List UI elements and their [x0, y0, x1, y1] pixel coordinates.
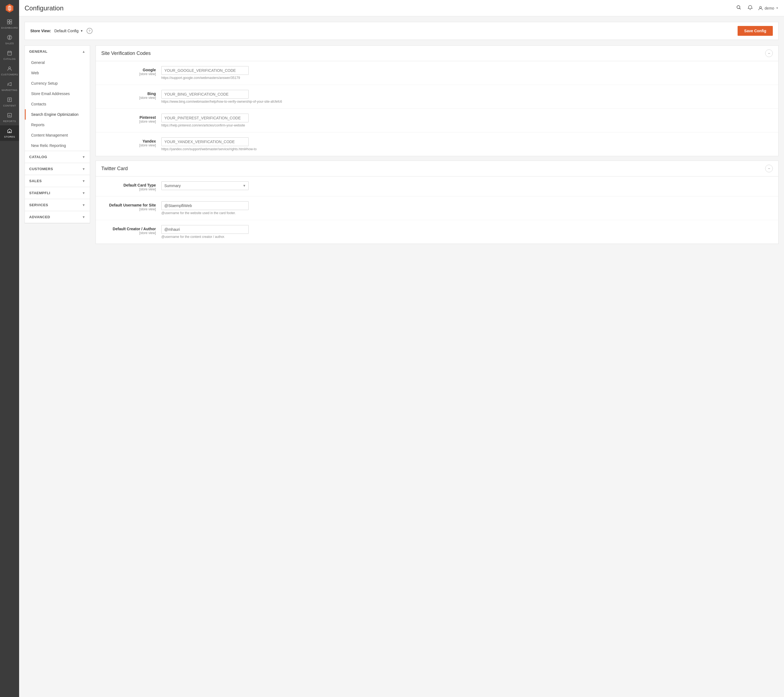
- chevron-icon-general: ▲: [82, 50, 86, 53]
- card-type-select[interactable]: SummarySummary with Large ImageAppPlayer: [161, 182, 249, 190]
- user-chevron-icon: ▼: [776, 7, 779, 10]
- twitter-card-section: Twitter Card − Default Card Type [store …: [96, 160, 779, 244]
- site-verification-collapse-button[interactable]: −: [765, 50, 773, 57]
- sidebar-item-stores[interactable]: STORES: [0, 126, 19, 141]
- left-nav-item-new-relic[interactable]: New Relic Reporting: [25, 140, 90, 151]
- sidebar-label-sales: SALES: [5, 42, 14, 45]
- minus-icon-2: −: [768, 166, 770, 171]
- store-view-select[interactable]: Default Config ▼: [54, 29, 83, 33]
- main-content: Store View: Default Config ▼ ? Save Conf…: [19, 17, 784, 697]
- section-label-advanced: ADVANCED: [29, 215, 50, 219]
- left-nav-section-header-sales[interactable]: SALES▼: [25, 175, 90, 187]
- svg-rect-2: [7, 22, 9, 24]
- left-nav-section-header-staempfli[interactable]: STAEMPFLI▼: [25, 187, 90, 199]
- yandex-label-col: Yandex [store view]: [101, 137, 161, 147]
- content-layout: GENERAL▲GeneralWebCurrency SetupStore Em…: [25, 45, 779, 248]
- left-nav-items-general: GeneralWebCurrency SetupStore Email Addr…: [25, 57, 90, 151]
- sidebar-item-marketing[interactable]: MARKETING: [0, 79, 19, 94]
- user-menu[interactable]: demo ▼: [758, 6, 779, 11]
- creator-control: @username for the content creator / auth…: [161, 225, 773, 239]
- left-nav-section-header-advanced[interactable]: ADVANCED▼: [25, 211, 90, 223]
- left-nav-section-header-customers[interactable]: CUSTOMERS▼: [25, 163, 90, 175]
- left-nav-item-general[interactable]: General: [25, 57, 90, 68]
- sidebar-label-content: CONTENT: [3, 104, 16, 107]
- help-button[interactable]: ?: [87, 28, 92, 34]
- sidebar-logo: [0, 0, 19, 17]
- google-sublabel: [store view]: [101, 72, 156, 76]
- store-view-label: Store View:: [30, 29, 51, 33]
- section-label-services: SERVICES: [29, 203, 48, 207]
- left-nav-section-services: SERVICES▼: [25, 199, 90, 211]
- left-nav-item-seo[interactable]: Search Engine Optimization: [25, 109, 90, 120]
- twitter-card-collapse-button[interactable]: −: [765, 165, 773, 172]
- catalog-icon: [7, 50, 12, 56]
- yandex-input[interactable]: [161, 137, 249, 146]
- pinterest-sublabel: [store view]: [101, 120, 156, 124]
- stores-icon: [7, 128, 12, 134]
- pinterest-hint: https://help.pinterest.com/en/articles/c…: [161, 124, 773, 127]
- google-label: Google: [101, 68, 156, 72]
- left-nav-section-header-catalog[interactable]: CATALOG▼: [25, 151, 90, 163]
- site-verification-fields: Google [store view] https://support.goog…: [96, 61, 778, 156]
- username-label-col: Default Username for Site [store view]: [101, 201, 161, 211]
- sidebar-label-dashboard: DASHBOARD: [1, 26, 18, 29]
- sidebar-label-catalog: CATALOG: [3, 58, 16, 60]
- sidebar-item-dashboard[interactable]: DASHBOARD: [0, 17, 19, 32]
- left-nav-item-reports[interactable]: Reports: [25, 120, 90, 130]
- left-nav-item-contacts[interactable]: Contacts: [25, 99, 90, 109]
- left-nav-section-header-services[interactable]: SERVICES▼: [25, 199, 90, 211]
- sidebar-item-customers[interactable]: CUSTOMERS: [0, 63, 19, 79]
- store-view-chevron-icon: ▼: [80, 29, 83, 33]
- minus-icon: −: [768, 51, 770, 55]
- store-view-value: Default Config: [54, 29, 79, 33]
- left-nav-item-store-email[interactable]: Store Email Addresses: [25, 89, 90, 99]
- sidebar-item-content[interactable]: CONTENT: [0, 94, 19, 110]
- left-nav-section-staempfli: STAEMPFLI▼: [25, 187, 90, 199]
- search-button[interactable]: [735, 4, 742, 12]
- google-input[interactable]: [161, 66, 249, 75]
- yandex-control: https://yandex.com/support/webmaster/ser…: [161, 137, 773, 151]
- left-nav-item-currency-setup[interactable]: Currency Setup: [25, 78, 90, 89]
- creator-input[interactable]: [161, 225, 249, 234]
- username-label: Default Username for Site: [101, 203, 156, 207]
- customers-icon: [7, 66, 12, 72]
- chevron-icon-advanced: ▼: [82, 215, 86, 219]
- yandex-sublabel: [store view]: [101, 144, 156, 147]
- bing-label-col: Bing [store view]: [101, 90, 161, 100]
- left-nav: GENERAL▲GeneralWebCurrency SetupStore Em…: [25, 45, 90, 223]
- chevron-icon-customers: ▼: [82, 167, 86, 171]
- left-nav-item-content-mgmt[interactable]: Content Management: [25, 130, 90, 140]
- user-name: demo: [764, 6, 774, 10]
- sidebar-item-sales[interactable]: SALES: [0, 32, 19, 48]
- store-view-bar: Store View: Default Config ▼ ? Save Conf…: [25, 22, 779, 40]
- left-nav-item-web[interactable]: Web: [25, 68, 90, 78]
- google-row: Google [store view] https://support.goog…: [96, 61, 778, 85]
- username-input[interactable]: [161, 201, 249, 210]
- section-label-catalog: CATALOG: [29, 155, 47, 159]
- card-type-label-col: Default Card Type [store view]: [101, 182, 161, 191]
- sidebar-label-stores: STORES: [4, 135, 15, 138]
- save-config-button[interactable]: Save Config: [738, 26, 773, 36]
- creator-label: Default Creator / Author: [101, 227, 156, 231]
- pinterest-input[interactable]: [161, 114, 249, 122]
- svg-point-9: [737, 6, 740, 9]
- svg-point-11: [760, 6, 762, 8]
- twitter-card-header: Twitter Card −: [96, 161, 778, 177]
- svg-rect-3: [10, 22, 12, 24]
- notification-button[interactable]: [746, 4, 754, 12]
- left-nav-section-advanced: ADVANCED▼: [25, 211, 90, 223]
- left-nav-section-header-general[interactable]: GENERAL▲: [25, 46, 90, 57]
- header-actions: demo ▼: [735, 4, 779, 12]
- chevron-icon-staempfli: ▼: [82, 191, 86, 195]
- username-control: @username for the website used in the ca…: [161, 201, 773, 215]
- svg-rect-1: [10, 20, 12, 21]
- header: Configuration demo ▼: [19, 0, 784, 17]
- username-hint: @username for the website used in the ca…: [161, 211, 773, 215]
- sidebar-item-reports[interactable]: REPORTS: [0, 110, 19, 126]
- svg-rect-0: [7, 20, 9, 21]
- user-icon: [758, 6, 763, 11]
- sidebar-item-catalog[interactable]: CATALOG: [0, 48, 19, 63]
- left-nav-section-general: GENERAL▲GeneralWebCurrency SetupStore Em…: [25, 46, 90, 151]
- card-type-sublabel: [store view]: [101, 187, 156, 191]
- bing-input[interactable]: [161, 90, 249, 99]
